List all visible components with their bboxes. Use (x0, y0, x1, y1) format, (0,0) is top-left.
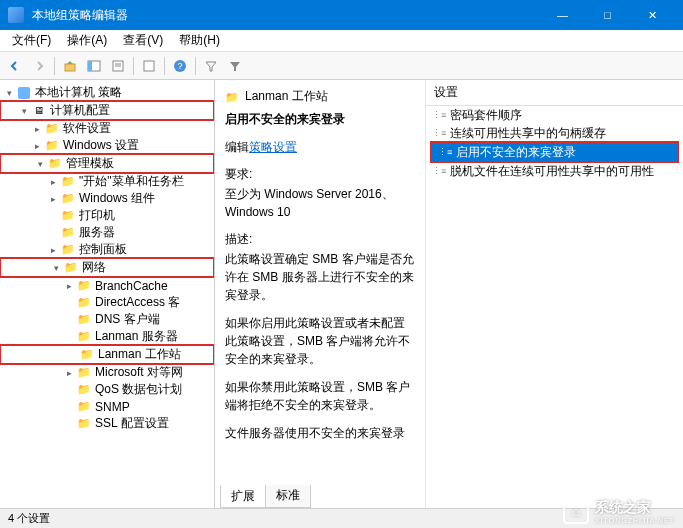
tree-label: SSL 配置设置 (95, 415, 169, 432)
tree-item[interactable]: ▸ BranchCache (0, 277, 214, 294)
detail-panel: Lanman 工作站 启用不安全的来宾登录 编辑策略设置 要求: 至少为 Win… (215, 80, 683, 508)
menubar: 文件(F) 操作(A) 查看(V) 帮助(H) (0, 30, 683, 52)
tree-item[interactable]: 打印机 (0, 207, 214, 224)
tree-item[interactable]: Lanman 服务器 (0, 328, 214, 345)
expander-icon[interactable]: ▸ (46, 177, 60, 187)
tree-item[interactable]: DirectAccess 客 (0, 294, 214, 311)
tree-item[interactable]: ▸ 控制面板 (0, 241, 214, 258)
requirements-label: 要求: (225, 166, 415, 183)
tree-label: 网络 (82, 259, 106, 276)
back-button[interactable] (4, 55, 26, 77)
tree-windows-settings[interactable]: ▸ Windows 设置 (0, 137, 214, 154)
tree-item[interactable]: DNS 客户端 (0, 311, 214, 328)
tree-item[interactable]: 服务器 (0, 224, 214, 241)
breadcrumb-label: Lanman 工作站 (245, 88, 328, 105)
tree-item[interactable]: ▸ Microsoft 对等网 (0, 364, 214, 381)
folder-icon (76, 279, 92, 293)
minimize-button[interactable]: — (540, 0, 585, 30)
tree-computer-config[interactable]: ▾ 计算机配置 (3, 102, 211, 119)
tab-extended[interactable]: 扩展 (220, 485, 266, 508)
tree-label: Microsoft 对等网 (95, 364, 183, 381)
expander-icon[interactable]: ▸ (62, 281, 76, 291)
tree-label: Windows 组件 (79, 190, 155, 207)
policy-title: 启用不安全的来宾登录 (225, 111, 415, 128)
toolbar-separator (164, 57, 165, 75)
description-label: 描述: (225, 231, 415, 248)
tree-admin-templates[interactable]: ▾ 管理模板 (3, 155, 211, 172)
expander-icon[interactable]: ▸ (30, 124, 44, 134)
tree-label: 服务器 (79, 224, 115, 241)
show-hide-tree-button[interactable] (83, 55, 105, 77)
tab-standard[interactable]: 标准 (265, 485, 311, 508)
export-button[interactable] (107, 55, 129, 77)
setting-icon: ⋮≡ (432, 108, 446, 122)
folder-icon (76, 366, 92, 380)
close-button[interactable]: ✕ (630, 0, 675, 30)
menu-file[interactable]: 文件(F) (4, 30, 59, 51)
toolbar-separator (195, 57, 196, 75)
menu-view[interactable]: 查看(V) (115, 30, 171, 51)
column-header-setting[interactable]: 设置 (426, 80, 683, 106)
tree-label: 打印机 (79, 207, 115, 224)
tree-software[interactable]: ▸ 软件设置 (0, 120, 214, 137)
watermark-brand: 系统之家 (595, 499, 651, 515)
svg-text:?: ? (177, 61, 182, 71)
policy-description-pane: Lanman 工作站 启用不安全的来宾登录 编辑策略设置 要求: 至少为 Win… (215, 80, 425, 508)
tree-network[interactable]: ▾ 网络 (3, 259, 211, 276)
tree-panel[interactable]: ▾ 本地计算机 策略 ▾ 计算机配置 ▸ 软件设置 ▸ Windows 设置 ▾ (0, 80, 215, 508)
expander-icon[interactable]: ▾ (49, 263, 63, 273)
filter-options-button[interactable] (224, 55, 246, 77)
edit-label: 编辑 (225, 140, 249, 154)
svg-rect-0 (65, 64, 75, 71)
highlight-selected-setting: ⋮≡ 启用不安全的来宾登录 (430, 141, 679, 163)
up-button[interactable] (59, 55, 81, 77)
expander-icon[interactable]: ▸ (30, 141, 44, 151)
folder-icon (76, 400, 92, 414)
expander-icon[interactable]: ▾ (17, 106, 31, 116)
watermark: ⌂ 系统之家 XITONGZHIJIA.NET (563, 498, 675, 524)
tree-item[interactable]: QoS 数据包计划 (0, 381, 214, 398)
maximize-button[interactable]: □ (585, 0, 630, 30)
tree-lanman-workstation[interactable]: Lanman 工作站 (3, 346, 211, 363)
folder-icon (47, 157, 63, 171)
highlight-admin-templates: ▾ 管理模板 (0, 153, 215, 174)
tree-item[interactable]: SNMP (0, 398, 214, 415)
tree-label: 本地计算机 策略 (35, 84, 122, 101)
folder-icon (76, 296, 92, 310)
menu-help[interactable]: 帮助(H) (171, 30, 228, 51)
expander-icon[interactable]: ▾ (2, 88, 16, 98)
folder-icon (60, 192, 76, 206)
setting-row[interactable]: ⋮≡ 连续可用性共享中的句柄缓存 (426, 124, 683, 142)
folder-icon (60, 209, 76, 223)
forward-button[interactable] (28, 55, 50, 77)
expander-icon[interactable]: ▸ (46, 245, 60, 255)
tree-item[interactable]: SSL 配置设置 (0, 415, 214, 432)
tree-item[interactable]: ▸ Windows 组件 (0, 190, 214, 207)
expander-icon[interactable]: ▾ (33, 159, 47, 169)
folder-icon (63, 261, 79, 275)
expander-icon[interactable]: ▸ (62, 368, 76, 378)
tree-label: DirectAccess 客 (95, 294, 180, 311)
requirements-text: 至少为 Windows Server 2016、Windows 10 (225, 185, 415, 221)
description-text: 文件服务器使用不安全的来宾登录 (225, 424, 415, 442)
tree-root[interactable]: ▾ 本地计算机 策略 (0, 84, 214, 101)
edit-policy-link[interactable]: 策略设置 (249, 140, 297, 154)
tree-label: Lanman 服务器 (95, 328, 178, 345)
tree-label: SNMP (95, 400, 130, 414)
tree-item[interactable]: ▸ "开始"菜单和任务栏 (0, 173, 214, 190)
menu-action[interactable]: 操作(A) (59, 30, 115, 51)
setting-row[interactable]: ⋮≡ 脱机文件在连续可用性共享中的可用性 (426, 162, 683, 180)
help-button[interactable]: ? (169, 55, 191, 77)
titlebar: 本地组策略编辑器 — □ ✕ (0, 0, 683, 30)
filter-button[interactable] (200, 55, 222, 77)
tree-label: 计算机配置 (50, 102, 110, 119)
setting-row-selected[interactable]: ⋮≡ 启用不安全的来宾登录 (432, 143, 677, 161)
toolbar: ? (0, 52, 683, 80)
expander-icon[interactable]: ▸ (46, 194, 60, 204)
watermark-logo-icon: ⌂ (563, 498, 589, 524)
refresh-button[interactable] (138, 55, 160, 77)
svg-rect-6 (144, 61, 154, 71)
watermark-url: XITONGZHIJIA.NET (595, 517, 675, 524)
computer-icon (31, 104, 47, 118)
setting-row[interactable]: ⋮≡ 密码套件顺序 (426, 106, 683, 124)
